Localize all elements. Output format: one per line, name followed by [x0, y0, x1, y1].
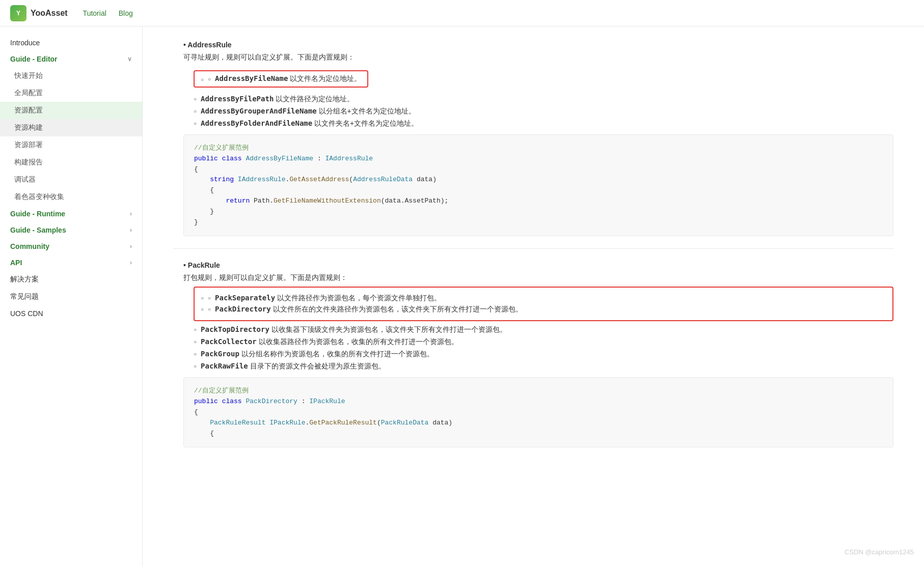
address-by-filename-highlight: ○ AddressByFileName 以文件名为定位地址。 — [194, 70, 368, 88]
sidebar-item-resource-deploy[interactable]: 资源部署 — [0, 136, 142, 154]
pack-raw-file: PackRawFile 目录下的资源文件会被处理为原生资源包。 — [194, 362, 893, 371]
pack-group: PackGroup 以分组名称作为资源包名，收集的所有文件打进一个资源包。 — [194, 350, 893, 359]
sidebar-item-introduce[interactable]: Introduce — [0, 35, 142, 51]
address-by-filepath: AddressByFilePath 以文件路径为定位地址。 — [194, 95, 893, 104]
top-navigation: Y YooAsset Tutorial Blog — [0, 0, 924, 26]
pack-directory: ○ PackDirectory 以文件所在的文件夹路径作为资源包名，该文件夹下所… — [201, 305, 886, 314]
main-layout: Introduce Guide - Editor ∨ 快速开始 全局配置 资源配… — [0, 26, 924, 566]
chevron-right-icon-2: › — [130, 227, 132, 234]
sidebar-section-community[interactable]: Community › — [0, 238, 142, 254]
sidebar-item-debugger[interactable]: 调试器 — [0, 171, 142, 188]
pack-rule-desc: 打包规则，规则可以自定义扩展。下面是内置规则： — [183, 273, 893, 282]
sidebar-item-resource-build[interactable]: 资源构建 — [0, 119, 142, 136]
logo-text[interactable]: YooAsset — [31, 9, 68, 18]
chevron-down-icon: ∨ — [127, 55, 132, 63]
chevron-right-icon-3: › — [130, 243, 132, 250]
blog-link[interactable]: Blog — [119, 9, 133, 17]
sidebar-item-resource-config[interactable]: 资源配置 — [0, 102, 142, 119]
pack-rule-section: PackRule 打包规则，规则可以自定义扩展。下面是内置规则： ○ PackS… — [173, 261, 893, 447]
sidebar-item-uos-cdn[interactable]: UOS CDN — [0, 305, 142, 322]
address-rule-section: AddressRule 可寻址规则，规则可以自定义扩展。下面是内置规则： ○ A… — [173, 41, 893, 236]
logo-area: Y YooAsset — [10, 5, 68, 21]
section-divider — [173, 248, 893, 249]
code-block-address: //自定义扩展范例 public class AddressByFileName… — [183, 134, 893, 236]
tutorial-link[interactable]: Tutorial — [83, 9, 106, 17]
sidebar-item-resolve[interactable]: 解决方案 — [0, 271, 142, 288]
sidebar-item-build-report[interactable]: 构建报告 — [0, 154, 142, 171]
pack-highlight-box: ○ PackSeparately 以文件路径作为资源包名，每个资源文件单独打包。… — [194, 287, 893, 321]
sidebar: Introduce Guide - Editor ∨ 快速开始 全局配置 资源配… — [0, 26, 143, 566]
address-rule-desc: 可寻址规则，规则可以自定义扩展。下面是内置规则： — [183, 53, 893, 62]
sidebar-section-guide-editor[interactable]: Guide - Editor ∨ — [0, 51, 142, 67]
code-block-pack: //自定义扩展范例 public class PackDirectory : I… — [183, 377, 893, 447]
main-content: AddressRule 可寻址规则，规则可以自定义扩展。下面是内置规则： ○ A… — [143, 26, 924, 566]
circle-bullet: ○ — [208, 76, 211, 82]
sidebar-item-quick-start[interactable]: 快速开始 — [0, 67, 142, 84]
chevron-right-icon: › — [130, 210, 132, 217]
watermark: CSDN @capricorn1245 — [845, 548, 914, 556]
pack-separately: ○ PackSeparately 以文件路径作为资源包名，每个资源文件单独打包。 — [201, 294, 886, 303]
address-by-folder-and-filename: AddressByFolderAndFileName 以文件夹名+文件名为定位地… — [194, 119, 893, 128]
sidebar-item-faq[interactable]: 常见问题 — [0, 288, 142, 305]
sidebar-item-global-config[interactable]: 全局配置 — [0, 84, 142, 102]
sidebar-section-guide-runtime[interactable]: Guide - Runtime › — [0, 206, 142, 222]
address-by-filename: AddressByFileName 以文件名为定位地址。 — [215, 74, 361, 83]
address-rule-title: AddressRule — [183, 41, 893, 49]
chevron-right-icon-4: › — [130, 259, 132, 266]
sidebar-section-guide-samples[interactable]: Guide - Samples › — [0, 222, 142, 238]
sidebar-item-shader-variant[interactable]: 着色器变种收集 — [0, 188, 142, 206]
pack-top-directory: PackTopDirectory 以收集器下顶级文件夹为资源包名，该文件夹下所有… — [194, 325, 893, 334]
pack-rule-title: PackRule — [183, 261, 893, 269]
sidebar-section-api[interactable]: API › — [0, 254, 142, 271]
address-by-grouper-and-filename: AddressByGrouperAndFileName 以分组名+文件名为定位地… — [194, 107, 893, 116]
pack-collector: PackCollector 以收集器路径作为资源包名，收集的所有文件打进一个资源… — [194, 337, 893, 347]
logo-icon: Y — [10, 5, 26, 21]
